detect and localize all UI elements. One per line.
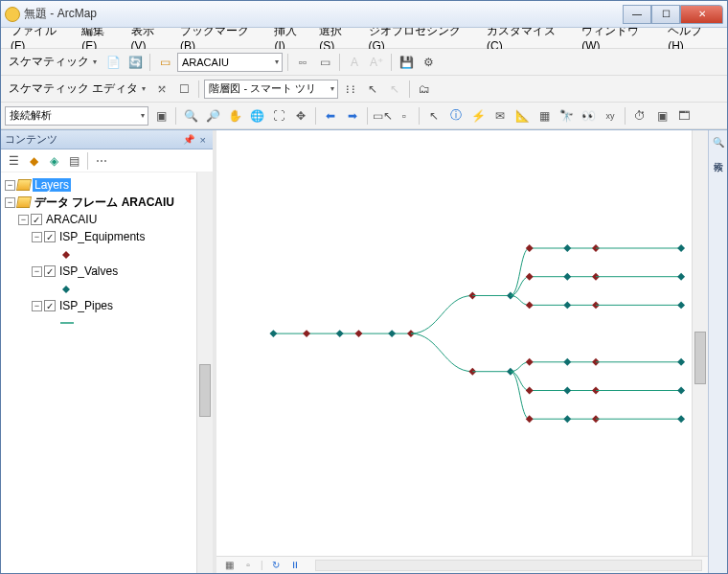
list-source-icon[interactable]: ◆ (25, 152, 42, 170)
panel-close-icon[interactable]: × (197, 134, 209, 146)
toc-header: コンテンツ 📌 × (1, 130, 213, 149)
apply-layout-icon[interactable]: ⫶⫶ (341, 80, 360, 99)
svg-marker-35 (526, 301, 534, 309)
refresh-icon[interactable]: ↻ (269, 559, 283, 572)
toc-scrollbar[interactable] (196, 172, 213, 573)
toc-frame[interactable]: データ フレーム ARACAIU (33, 195, 176, 211)
select-schematic-icon[interactable]: ☐ (174, 80, 193, 99)
svg-marker-47 (677, 358, 685, 366)
fwd-extent-icon[interactable]: ➡ (343, 106, 362, 126)
layer-checkbox[interactable]: ✓ (44, 265, 56, 277)
back-extent-icon[interactable]: ⬅ (321, 106, 340, 126)
svg-marker-21 (526, 244, 534, 252)
toolbar-editor: スケマティック エディタ ⤱ ☐ 階層図 - スマート ツリ ⫶⫶ ↖ ↖ 🗂 (1, 76, 727, 103)
pin-icon[interactable]: 📌 (180, 134, 197, 145)
pipe-symbol-icon (58, 317, 74, 329)
equip-symbol-icon (58, 248, 74, 260)
time-slider-icon[interactable]: ⏱ (630, 106, 649, 126)
app-icon (5, 7, 20, 22)
svg-marker-40 (677, 301, 685, 309)
toc-layers[interactable]: Layers (33, 178, 71, 192)
search-icon: 🔍 (711, 134, 726, 149)
collapse-icon[interactable]: − (18, 215, 29, 225)
list-visibility-icon[interactable]: ◈ (45, 152, 62, 170)
data-view-icon[interactable]: ▦ (222, 559, 236, 572)
maximize-button[interactable]: ☐ (651, 5, 680, 24)
layout-dropdown[interactable]: 階層図 - スマート ツリ (204, 80, 338, 99)
select-features-icon[interactable]: ▭↖ (373, 106, 392, 126)
viewer-window-icon[interactable]: ▣ (652, 106, 671, 126)
zoom-out-icon[interactable]: 🔎 (203, 106, 222, 126)
dataset-dropdown[interactable]: ARACAIU (177, 53, 283, 72)
svg-marker-44 (563, 358, 571, 366)
map-hscroll[interactable] (315, 560, 702, 571)
svg-marker-1 (62, 286, 70, 293)
toc-group[interactable]: ARACAIU (44, 213, 99, 226)
layer-checkbox[interactable]: ✓ (44, 231, 56, 242)
map-canvas[interactable] (216, 130, 691, 556)
collapse-icon[interactable]: − (5, 180, 15, 191)
fixed-zoom-out-icon[interactable]: ✥ (291, 106, 310, 126)
toc-valves[interactable]: ISP_Valves (57, 264, 120, 278)
update-diagram-icon[interactable]: 🔄 (125, 53, 145, 72)
propagate-map-icon[interactable]: ▭ (315, 53, 334, 72)
options-icon[interactable]: ⚙ (419, 53, 438, 72)
layout-config-icon[interactable]: 🗂 (415, 80, 434, 99)
measure-icon[interactable]: 📐 (512, 106, 532, 126)
svg-marker-0 (62, 251, 70, 259)
collapse-icon[interactable]: − (32, 301, 42, 311)
html-popup-icon[interactable]: ✉ (490, 106, 510, 126)
text-small-icon: A (345, 53, 364, 72)
window-title: 無題 - ArcMap (24, 6, 623, 22)
pause-icon[interactable]: ⏸ (288, 559, 302, 572)
schematic-diagram (216, 130, 691, 556)
valve-symbol-icon (58, 283, 74, 294)
toc-options-icon[interactable]: ⋯ (93, 152, 110, 170)
collapse-icon[interactable]: − (5, 197, 15, 208)
minimize-button[interactable]: — (623, 5, 651, 24)
toc-tree[interactable]: − Layers − データ フレーム ARACAIU − ✓ ARACAIU (1, 172, 196, 573)
toc-title: コンテンツ (5, 132, 57, 147)
save-edits-icon[interactable]: 💾 (397, 53, 416, 72)
table-icon[interactable]: ▦ (535, 106, 554, 126)
toolbar-tools: 接続解析 ▣ 🔍 🔎 ✋ 🌐 ⛶ ✥ ⬅ ➡ ▭↖ ▫ ↖ ⓘ ⚡ ✉ 📐 ▦ … (1, 103, 727, 129)
svg-marker-58 (563, 415, 571, 423)
find-icon[interactable]: 🔭 (557, 106, 576, 126)
close-button[interactable]: ✕ (680, 5, 723, 24)
frame-icon: ▭ (155, 53, 174, 72)
layer-checkbox[interactable]: ✓ (44, 300, 56, 311)
list-draworder-icon[interactable]: ☰ (5, 152, 22, 170)
svg-marker-61 (677, 415, 685, 423)
generate-diagram-icon[interactable]: 📄 (103, 53, 123, 72)
hyperlink-icon[interactable]: ⚡ (468, 106, 488, 126)
schematic-editor-menu[interactable]: スケマティック エディタ (5, 80, 149, 99)
fixed-zoom-in-icon[interactable]: ⛶ (269, 106, 288, 126)
full-extent-icon[interactable]: 🌐 (247, 106, 266, 126)
list-selection-icon[interactable]: ▤ (65, 152, 82, 170)
find-route-icon[interactable]: 👀 (579, 106, 598, 126)
clear-selection-icon[interactable]: ▫ (395, 106, 414, 126)
toc-toolbar: ☰ ◆ ◈ ▤ ⋯ (1, 149, 213, 172)
select-element-icon[interactable]: ↖ (424, 106, 444, 126)
pan-icon[interactable]: ✋ (225, 106, 244, 126)
map-vscroll[interactable] (692, 130, 708, 556)
pointer-icon[interactable]: ↖ (363, 80, 382, 99)
collapse-icon[interactable]: − (32, 266, 42, 277)
propagate-select-icon[interactable]: ▫▫ (293, 53, 312, 72)
toc-equip[interactable]: ISP_Equipments (57, 230, 147, 243)
svg-marker-23 (563, 244, 571, 252)
layout-view-icon[interactable]: ▫ (241, 559, 255, 572)
layer-checkbox[interactable]: ✓ (31, 214, 42, 225)
collapse-icon[interactable]: − (32, 232, 42, 242)
edit-move-icon[interactable]: ⤱ (152, 80, 171, 99)
goto-xy-icon[interactable]: xy (601, 106, 620, 126)
search-panel-tab[interactable]: 🔍 検索 (708, 130, 727, 573)
catalog-icon[interactable]: 🗔 (674, 106, 694, 126)
schematic-menu[interactable]: スケマティック (5, 53, 101, 72)
main-area: コンテンツ 📌 × ☰ ◆ ◈ ▤ ⋯ − Layers (1, 129, 727, 573)
trace-icon[interactable]: ▣ (151, 106, 171, 126)
identify-icon[interactable]: ⓘ (446, 106, 466, 126)
toc-pipes[interactable]: ISP_Pipes (57, 299, 115, 312)
analysis-dropdown[interactable]: 接続解析 (5, 106, 148, 126)
zoom-in-icon[interactable]: 🔍 (181, 106, 200, 126)
